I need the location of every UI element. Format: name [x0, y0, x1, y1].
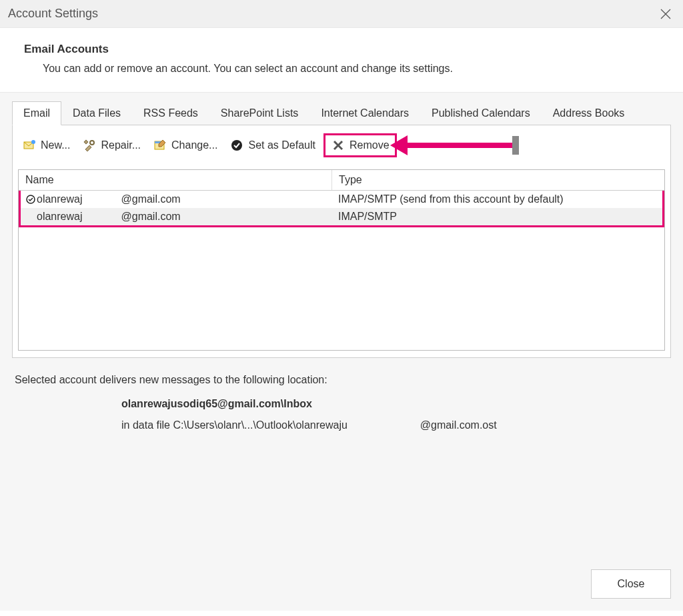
accounts-list: Name Type olanrewaj @gmail.com IMAP/SMTP… [18, 169, 665, 351]
column-name[interactable]: Name [19, 170, 332, 190]
column-type[interactable]: Type [332, 170, 664, 190]
tab-rss-feeds[interactable]: RSS Feeds [132, 101, 209, 125]
list-header: Name Type [19, 170, 664, 191]
set-default-button[interactable]: Set as Default [225, 137, 319, 154]
svg-point-4 [90, 141, 94, 145]
location-file-suffix: @gmail.com.ost [420, 419, 497, 431]
tab-published-calendars[interactable]: Published Calendars [420, 101, 542, 125]
remove-icon [331, 138, 346, 153]
titlebar: Account Settings [0, 0, 683, 28]
account-type: IMAP/SMTP [338, 211, 658, 223]
tab-address-books[interactable]: Address Books [542, 101, 636, 125]
repair-button[interactable]: Repair... [78, 137, 145, 154]
header: Email Accounts You can add or remove an … [0, 28, 683, 92]
default-check-icon [25, 195, 37, 204]
tab-strip: Email Data Files RSS Feeds SharePoint Li… [12, 93, 671, 125]
tab-data-files[interactable]: Data Files [61, 101, 132, 125]
location-path: olanrewajusodiq65@gmail.com\Inbox [15, 386, 668, 410]
toolbar: New... Repair... Change... Set as Defaul… [13, 125, 670, 169]
repair-label: Repair... [101, 139, 141, 151]
new-label: New... [41, 139, 70, 151]
account-user: olanrewaj [37, 193, 82, 205]
body: Email Data Files RSS Feeds SharePoint Li… [0, 92, 683, 611]
set-default-label: Set as Default [248, 139, 315, 151]
tab-internet-calendars[interactable]: Internet Calendars [309, 101, 420, 125]
close-window-button[interactable] [656, 5, 675, 23]
remove-button[interactable]: Remove [323, 133, 397, 157]
svg-point-8 [231, 140, 242, 151]
svg-point-3 [31, 140, 35, 144]
change-button[interactable]: Change... [149, 137, 221, 154]
repair-icon [82, 138, 97, 153]
account-domain: @gmail.com [82, 193, 180, 205]
tab-email[interactable]: Email [12, 101, 61, 125]
mail-new-icon [22, 138, 37, 153]
annotation-arrow [406, 143, 516, 148]
location-file: in data file C:\Users\olanr\...\Outlook\… [15, 410, 668, 431]
location-info: Selected account delivers new messages t… [12, 358, 671, 434]
svg-rect-5 [85, 140, 89, 144]
change-label: Change... [171, 139, 217, 151]
account-user: olanrewaj [37, 211, 82, 223]
new-button[interactable]: New... [18, 137, 74, 154]
account-domain: @gmail.com [82, 211, 180, 223]
rows-highlight: olanrewaj @gmail.com IMAP/SMTP (send fro… [19, 191, 664, 227]
tab-panel: New... Repair... Change... Set as Defaul… [12, 125, 671, 358]
window-title: Account Settings [8, 7, 656, 21]
account-row[interactable]: olanrewaj @gmail.com IMAP/SMTP (send fro… [21, 191, 662, 208]
check-circle-icon [229, 138, 244, 153]
tab-sharepoint-lists[interactable]: SharePoint Lists [209, 101, 310, 125]
remove-label: Remove [350, 139, 390, 151]
account-row[interactable]: olanrewaj @gmail.com IMAP/SMTP [21, 208, 662, 225]
location-file-prefix: in data file C:\Users\olanr\...\Outlook\… [121, 419, 348, 431]
close-label: Close [618, 578, 645, 590]
header-title: Email Accounts [24, 43, 659, 56]
location-intro: Selected account delivers new messages t… [15, 374, 668, 386]
header-subtitle: You can add or remove an account. You ca… [24, 63, 659, 75]
change-icon [153, 138, 167, 153]
close-button[interactable]: Close [591, 569, 671, 599]
account-type: IMAP/SMTP (send from this account by def… [338, 193, 658, 205]
